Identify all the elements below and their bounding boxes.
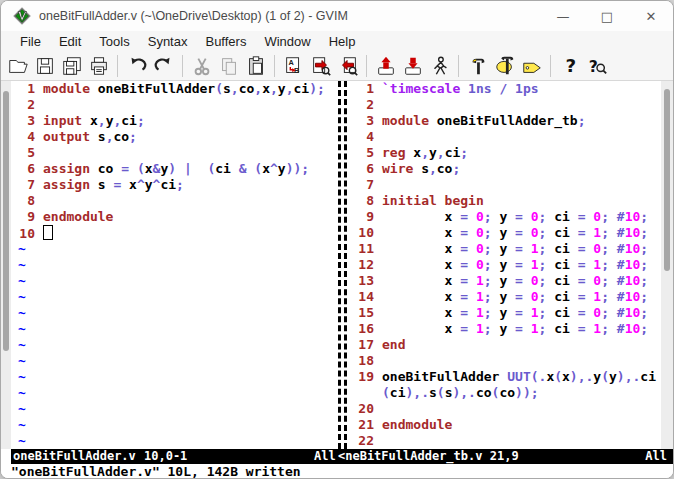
empty-line-tilde: ~ — [11, 289, 334, 305]
right-scrollbar[interactable] — [661, 81, 673, 449]
line-number: 10 — [11, 226, 35, 242]
line-number: 8 — [350, 193, 374, 209]
code-line-right-15: 15 x = 1; y = 1; ci = 0; #10; — [350, 305, 663, 321]
menu-item-syntax[interactable]: Syntax — [139, 31, 197, 52]
menu-item-file[interactable]: File — [11, 31, 50, 52]
line-number: 4 — [11, 129, 35, 145]
status-left-scroll: All — [314, 449, 336, 464]
line-number: 7 — [350, 177, 374, 193]
build-tags-icon[interactable] — [491, 53, 518, 79]
menu-item-edit[interactable]: Edit — [50, 31, 90, 52]
code-line-right-12: 12 x = 0; y = 1; ci = 1; #10; — [350, 257, 663, 273]
code-line-left-8: 8 — [11, 193, 334, 209]
toolbar-separator — [117, 55, 118, 77]
code-pane-left[interactable]: 1module oneBitFullAdder(s,co,x,y,ci);23i… — [11, 81, 334, 449]
menu-item-window[interactable]: Window — [255, 31, 319, 52]
empty-line-tilde: ~ — [11, 257, 334, 273]
find-replace-icon[interactable]: AB — [280, 53, 307, 79]
code-line-right-10: 10 x = 0; y = 0; ci = 1; #10; — [350, 225, 663, 241]
save-icon[interactable] — [31, 53, 58, 79]
code-line-right-14: 14 x = 1; y = 0; ci = 1; #10; — [350, 289, 663, 305]
left-scrollbar[interactable] — [1, 81, 11, 449]
minimize-button[interactable]: — — [541, 1, 585, 31]
line-number: 7 — [11, 177, 35, 193]
toolbar-separator — [366, 55, 367, 77]
line-number: 12 — [350, 257, 374, 273]
empty-line-tilde: ~ — [11, 433, 334, 449]
line-number: 16 — [350, 321, 374, 337]
menu-item-buffers[interactable]: Buffers — [196, 31, 255, 52]
line-number: 14 — [350, 289, 374, 305]
status-right-filename: <neBitFullAdder_tb.v 21,9 — [338, 449, 519, 464]
line-number: 6 — [350, 161, 374, 177]
find-help-icon[interactable]: ? — [583, 53, 610, 79]
line-number: 13 — [350, 273, 374, 289]
line-number: 8 — [11, 193, 35, 209]
status-right-scroll: All — [645, 449, 667, 464]
save-all-icon[interactable] — [58, 53, 85, 79]
code-line-right-7: 7 — [350, 177, 663, 193]
line-number: 17 — [350, 337, 374, 353]
undo-icon[interactable] — [123, 53, 150, 79]
make-icon[interactable] — [464, 53, 491, 79]
code-line-right-3: 3module oneBitFullAdder_tb; — [350, 113, 663, 129]
code-pane-right[interactable]: 1`timescale 1ns / 1ps23module oneBitFull… — [350, 81, 663, 449]
vertical-split-divider[interactable] — [334, 81, 350, 449]
menu-bar: FileEditToolsSyntaxBuffersWindowHelp — [1, 31, 673, 52]
code-line-right-9: 9 x = 0; y = 0; ci = 0; #10; — [350, 209, 663, 225]
code-line-left-9: 9endmodule — [11, 209, 334, 225]
line-number: 2 — [11, 97, 35, 113]
line-number: 3 — [11, 113, 35, 129]
toolbar: AB?? — [1, 52, 673, 81]
code-line-right-17: 17end — [350, 337, 663, 353]
vim-logo-icon — [13, 7, 31, 25]
line-number: 9 — [350, 209, 374, 225]
open-icon[interactable] — [4, 53, 31, 79]
copy-icon[interactable] — [215, 53, 242, 79]
line-number: 9 — [11, 209, 35, 225]
line-number: 20 — [350, 401, 374, 417]
gvim-window: oneBitFullAdder.v (~\OneDrive\Desktop) (… — [0, 0, 674, 479]
close-button[interactable]: ✕ — [629, 1, 673, 31]
code-line-right-5: 5reg x,y,ci; — [350, 145, 663, 161]
text-cursor — [43, 225, 53, 240]
find-prev-icon[interactable] — [334, 53, 361, 79]
code-line-right-4: 4 — [350, 129, 663, 145]
empty-line-tilde: ~ — [11, 241, 334, 257]
line-number: 4 — [350, 129, 374, 145]
maximize-button[interactable]: □ — [585, 1, 629, 31]
svg-text:B: B — [294, 66, 299, 75]
line-number: 2 — [350, 97, 374, 113]
code-line-right-2: 2 — [350, 97, 663, 113]
left-scrollbar-thumb[interactable] — [3, 91, 9, 351]
line-number: 10 — [350, 225, 374, 241]
toolbar-separator — [550, 55, 551, 77]
line-number — [350, 385, 374, 401]
code-line-right-19: 19oneBitFullAdder UUT(.x(x),.y(y),.ci — [350, 369, 663, 385]
code-line-right-13: 13 x = 1; y = 0; ci = 0; #10; — [350, 273, 663, 289]
toolbar-separator — [182, 55, 183, 77]
empty-line-tilde: ~ — [11, 273, 334, 289]
run-script-icon[interactable] — [426, 53, 453, 79]
svg-text:?: ? — [588, 58, 597, 76]
print-icon[interactable] — [85, 53, 112, 79]
code-line-left-1: 1module oneBitFullAdder(s,co,x,y,ci); — [11, 81, 334, 97]
code-line-left-4: 4output s,co; — [11, 129, 334, 145]
code-line-right-22: 22 — [350, 433, 663, 449]
save-session-icon[interactable] — [399, 53, 426, 79]
menu-item-tools[interactable]: Tools — [90, 31, 138, 52]
help-icon[interactable]: ? — [556, 53, 583, 79]
paste-icon[interactable] — [242, 53, 269, 79]
line-number: 11 — [350, 241, 374, 257]
cut-icon[interactable] — [188, 53, 215, 79]
load-session-icon[interactable] — [372, 53, 399, 79]
code-line-right-6: 6wire s,co; — [350, 161, 663, 177]
right-scrollbar-thumb[interactable] — [664, 89, 670, 271]
menu-item-help[interactable]: Help — [320, 31, 365, 52]
command-line-message: "oneBitFullAdder.v" 10L, 142B written — [1, 464, 673, 479]
code-line-right-20: 20 — [350, 401, 663, 417]
svg-text:?: ? — [565, 55, 576, 76]
redo-icon[interactable] — [150, 53, 177, 79]
jump-tag-icon[interactable] — [518, 53, 545, 79]
find-next-icon[interactable] — [307, 53, 334, 79]
